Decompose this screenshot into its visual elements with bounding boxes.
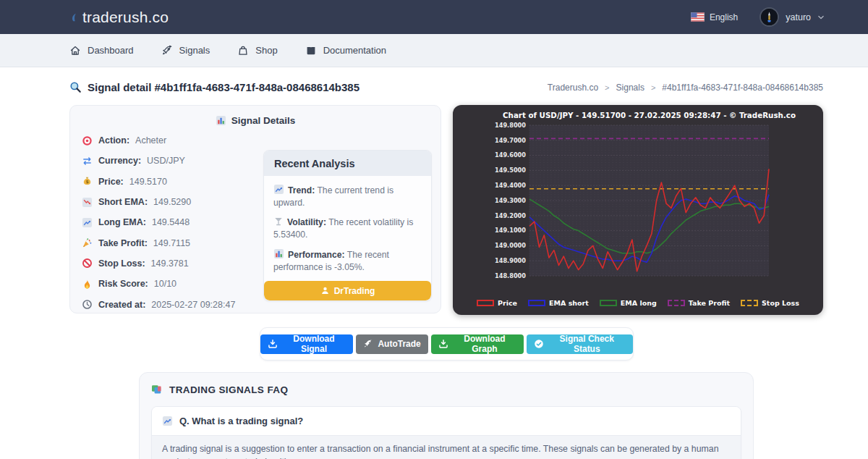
faq-question[interactable]: Q. What is a trading signal? bbox=[152, 407, 741, 435]
legend-label: EMA short bbox=[549, 299, 589, 307]
svg-text:149.7000: 149.7000 bbox=[495, 137, 526, 144]
breadcrumb-current: #4b1ff1fa-4683-471f-848a-08468614b385 bbox=[662, 83, 823, 93]
legend-swatch bbox=[741, 300, 758, 306]
legend-item-take-profit: Take Profit bbox=[668, 299, 730, 307]
legend-swatch bbox=[600, 300, 617, 306]
logo-text: traderush.co bbox=[82, 9, 169, 26]
signal-fields: Action: Acheter Currency: USD/JPY $ Pric… bbox=[82, 130, 235, 315]
recent-analysis-items: Trend: The current trend is upward. Vola… bbox=[264, 176, 431, 277]
faq-answer: A trading signal is a suggestion to ente… bbox=[152, 435, 741, 459]
svg-text:149.3000: 149.3000 bbox=[495, 197, 526, 204]
person-icon bbox=[320, 286, 330, 295]
signal-field: Created at: 2025-02-27 09:28:47 bbox=[82, 294, 235, 314]
recent-analysis-card: Recent Analysis Trend: The current trend… bbox=[263, 150, 432, 301]
check-circle-icon bbox=[534, 339, 544, 349]
legend-label: Stop Loss bbox=[762, 299, 799, 307]
target-icon bbox=[82, 135, 93, 146]
faq-item: Q. What is a trading signal? A trading s… bbox=[151, 406, 741, 459]
book-icon bbox=[305, 45, 317, 56]
svg-text:149.0000: 149.0000 bbox=[495, 242, 526, 249]
nav-item-shop[interactable]: Shop bbox=[237, 45, 277, 56]
breadcrumb: Traderush.co>Signals>#4b1ff1fa-4683-471f… bbox=[548, 83, 823, 93]
chart-card: 148.8000148.9000149.0000149.1000149.2000… bbox=[453, 105, 823, 315]
signal-field: Short EMA: 149.5290 bbox=[82, 192, 235, 212]
action-button-autotrade[interactable]: AutoTrade bbox=[356, 334, 427, 354]
signal-field: Take Profit: 149.7115 bbox=[82, 232, 235, 253]
money-bag-icon: $ bbox=[82, 176, 93, 187]
avatar-figure-icon bbox=[761, 9, 778, 25]
signal-details-card: Signal Details Action: Acheter Currency:… bbox=[69, 105, 441, 313]
legend-item-stop-loss: Stop Loss bbox=[741, 299, 799, 307]
nav-item-dashboard[interactable]: Dashboard bbox=[69, 45, 134, 56]
user-menu[interactable]: yaturo bbox=[760, 7, 825, 27]
nav-item-signals[interactable]: Signals bbox=[161, 45, 210, 56]
exchange-icon bbox=[82, 156, 93, 167]
svg-text:149.4000: 149.4000 bbox=[495, 182, 526, 189]
price-chart: 148.8000148.9000149.0000149.1000149.2000… bbox=[453, 106, 823, 296]
logo[interactable]: traderush.co bbox=[69, 9, 169, 26]
page-title: Signal detail #4b1ff1fa-4683-471f-848a-0… bbox=[69, 81, 359, 93]
bar-chart-icon bbox=[216, 115, 226, 126]
faq-cards-icon bbox=[151, 384, 163, 395]
breadcrumb-separator: > bbox=[605, 83, 609, 92]
app-header: traderush.co English yaturo bbox=[0, 0, 868, 34]
svg-text:149.8000: 149.8000 bbox=[495, 122, 526, 129]
svg-text:149.6000: 149.6000 bbox=[495, 151, 526, 159]
main-nav: Dashboard Signals Shop Documentation bbox=[0, 34, 868, 67]
breadcrumb-separator: > bbox=[651, 83, 655, 92]
svg-text:149.5000: 149.5000 bbox=[495, 167, 526, 174]
chart-up-icon bbox=[82, 217, 93, 228]
avatar bbox=[760, 7, 779, 27]
signal-field: Currency: USD/JPY bbox=[82, 151, 235, 171]
signal-field: $ Price: 149.5170 bbox=[82, 172, 235, 192]
chart-up-icon bbox=[273, 184, 284, 195]
legend-swatch bbox=[668, 300, 685, 306]
language-selector[interactable]: English bbox=[691, 12, 738, 22]
clock-icon bbox=[82, 299, 93, 310]
analysis-item: Trend: The current trend is upward. bbox=[273, 184, 422, 209]
download-icon bbox=[268, 339, 278, 349]
chart-up-icon bbox=[162, 416, 173, 426]
breadcrumb-link[interactable]: Signals bbox=[616, 83, 644, 93]
bar-chart-icon bbox=[273, 248, 284, 259]
breadcrumb-link[interactable]: Traderush.co bbox=[548, 83, 598, 93]
nav-item-documentation[interactable]: Documentation bbox=[305, 45, 386, 56]
action-button-download-graph[interactable]: Download Graph bbox=[431, 334, 524, 354]
signal-field: Action: Acheter bbox=[82, 130, 235, 151]
magnifier-icon bbox=[69, 81, 82, 93]
party-popper-icon bbox=[82, 237, 93, 248]
funnel-icon bbox=[273, 216, 284, 227]
svg-text:149.1000: 149.1000 bbox=[495, 227, 526, 234]
download-icon bbox=[438, 339, 448, 349]
legend-item-ema-short: EMA short bbox=[528, 299, 589, 307]
fire-icon bbox=[82, 279, 93, 290]
analysis-item: Volatility: The recent volatility is 5.5… bbox=[273, 216, 422, 241]
logo-swoosh-icon bbox=[69, 10, 80, 25]
action-button-signal-check-status[interactable]: Signal Check Status bbox=[527, 334, 632, 354]
recent-analysis-title: Recent Analysis bbox=[264, 151, 431, 176]
action-button-download-signal[interactable]: Download Signal bbox=[260, 334, 354, 354]
legend-label: Price bbox=[498, 299, 517, 307]
legend-item-ema-long: EMA long bbox=[600, 299, 657, 307]
bag-icon bbox=[237, 45, 249, 56]
drtrading-button[interactable]: DrTrading bbox=[264, 281, 431, 300]
signal-field: Stop Loss: 149.3781 bbox=[82, 253, 235, 274]
chart-legend: PriceEMA shortEMA longTake ProfitStop Lo… bbox=[453, 299, 823, 307]
legend-label: EMA long bbox=[621, 299, 657, 307]
username: yaturo bbox=[786, 12, 811, 22]
legend-label: Take Profit bbox=[689, 299, 730, 307]
signal-field: Long EMA: 149.5448 bbox=[82, 212, 235, 232]
chart-down-icon bbox=[82, 197, 93, 208]
language-label: English bbox=[710, 12, 738, 22]
faq-title: TRADING SIGNALS FAQ bbox=[151, 384, 741, 395]
signal-field: Risk Score: 10/10 bbox=[82, 274, 235, 294]
actions-card: Download Signal AutoTrade Download Graph… bbox=[260, 327, 634, 361]
rocket-icon bbox=[161, 45, 173, 56]
chevron-down-icon bbox=[817, 14, 825, 21]
svg-text:Chart of USD/JPY - 149.51700 -: Chart of USD/JPY - 149.51700 - 27.02.202… bbox=[503, 111, 796, 119]
faq-card: TRADING SIGNALS FAQ Q. What is a trading… bbox=[139, 372, 754, 459]
signal-details-title: Signal Details bbox=[70, 115, 441, 126]
svg-text:148.8000: 148.8000 bbox=[495, 272, 526, 279]
svg-text:148.9000: 148.9000 bbox=[495, 257, 526, 264]
us-flag-icon bbox=[691, 12, 705, 22]
